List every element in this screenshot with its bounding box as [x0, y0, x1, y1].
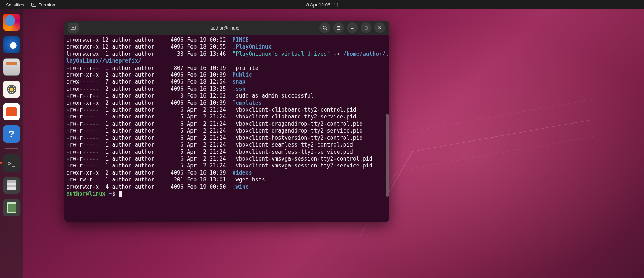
dock-app-software[interactable] [3, 103, 20, 120]
close-button[interactable] [374, 22, 385, 33]
clock[interactable]: 8 Apr 12:06 [306, 2, 338, 8]
ls-row: -rw-r----- 1 author author 5 Apr 2 21:24… [66, 113, 387, 120]
maximize-icon [364, 26, 369, 30]
dock-app-files[interactable] [3, 58, 20, 76]
terminal-window: author@linux: ~ drwxrwxr-x 12 author aut… [64, 21, 389, 222]
ls-row: -rw-r--r-- 1 author author 0 Feb 16 12:0… [66, 93, 387, 99]
ls-row: -rw-r----- 1 author author 5 Apr 2 21:24… [66, 149, 387, 156]
prompt-line[interactable]: author@linux:~$ [66, 190, 387, 197]
clock-label: 8 Apr 12:06 [306, 2, 331, 8]
dock-app-firefox[interactable] [3, 14, 20, 31]
ls-row: drwxrwxr-x 4 author author 4096 Feb 19 0… [66, 184, 387, 190]
ls-row: lrwxrwxrwx 1 author author 38 Feb 16 13:… [66, 51, 387, 58]
search-button[interactable] [319, 22, 330, 33]
hamburger-icon [336, 25, 341, 31]
notification-bell-icon [333, 3, 338, 7]
ls-row: -rw-r----- 1 author author 6 Apr 2 21:24… [66, 107, 387, 113]
dock-app-help[interactable] [3, 125, 20, 143]
ubuntu-dock [0, 9, 23, 278]
ls-row: drwxr-xr-x 2 author author 4096 Feb 16 1… [66, 100, 387, 107]
gnome-top-bar: Activities Terminal 8 Apr 12:06 [0, 0, 644, 9]
ls-row: -rw-r--r-- 1 author author 807 Feb 16 10… [66, 65, 387, 72]
search-icon [322, 25, 328, 31]
ls-row-wrap: layOnLinux//wineprefix/ [66, 58, 387, 64]
ls-row: -rw-r----- 1 author author 5 Apr 2 21:24… [66, 162, 387, 169]
window-title: author@linux: ~ [210, 25, 243, 31]
new-tab-icon [70, 25, 76, 31]
dock-app-thunderbird[interactable] [3, 36, 20, 53]
ls-row: -rw-r----- 1 author author 6 Apr 2 21:24… [66, 142, 387, 148]
ls-row: -rw-r----- 1 author author 6 Apr 2 21:24… [66, 156, 387, 162]
minimize-icon [350, 25, 355, 30]
ls-row: drwxr-xr-x 2 author author 4096 Feb 16 1… [66, 72, 387, 79]
ls-row: drwx------ 7 author author 4096 Feb 18 1… [66, 79, 387, 85]
maximize-button[interactable] [361, 22, 371, 33]
ls-row: drwxrwxr-x 12 author author 4096 Feb 18 … [66, 44, 387, 50]
minimize-button[interactable] [347, 22, 358, 33]
dock-app-rhythmbox[interactable] [3, 81, 20, 98]
activities-button[interactable]: Activities [6, 2, 24, 8]
close-icon [377, 25, 382, 30]
svg-point-1 [323, 26, 326, 29]
dock-app-terminal[interactable] [3, 154, 20, 172]
ls-row: -rw-r----- 1 author author 6 Apr 2 21:24… [66, 121, 387, 127]
ls-row: drwxr-xr-x 2 author author 4096 Feb 16 1… [66, 170, 387, 176]
ls-row: drwx------ 2 author author 4096 Feb 16 1… [66, 86, 387, 93]
dock-app-trash[interactable] [3, 199, 20, 216]
ls-row: -rw-r----- 1 author author 5 Apr 2 21:24… [66, 127, 387, 134]
svg-rect-4 [365, 27, 367, 29]
terminal-titlebar[interactable]: author@linux: ~ [64, 21, 389, 35]
terminal-scrollbar[interactable] [386, 114, 389, 197]
app-menu-label: Terminal [39, 2, 56, 8]
app-menu[interactable]: Terminal [31, 2, 56, 8]
hamburger-menu-button[interactable] [333, 22, 344, 33]
dock-separator [5, 148, 18, 149]
new-tab-button[interactable] [68, 23, 79, 33]
terminal-cursor [119, 191, 122, 197]
ls-row: -rw-r----- 1 author author 6 Apr 2 21:24… [66, 135, 387, 142]
terminal-body[interactable]: drwxrwxr-x 12 author author 4096 Feb 19 … [64, 35, 389, 222]
ls-row: drwxrwxr-x 12 author author 4096 Feb 19 … [66, 37, 387, 44]
terminal-icon [31, 3, 36, 7]
svg-line-2 [326, 28, 327, 30]
ls-row: -rw-rw-r-- 1 author author 201 Feb 18 13… [66, 176, 387, 183]
dock-app-texteditor[interactable] [3, 177, 20, 194]
